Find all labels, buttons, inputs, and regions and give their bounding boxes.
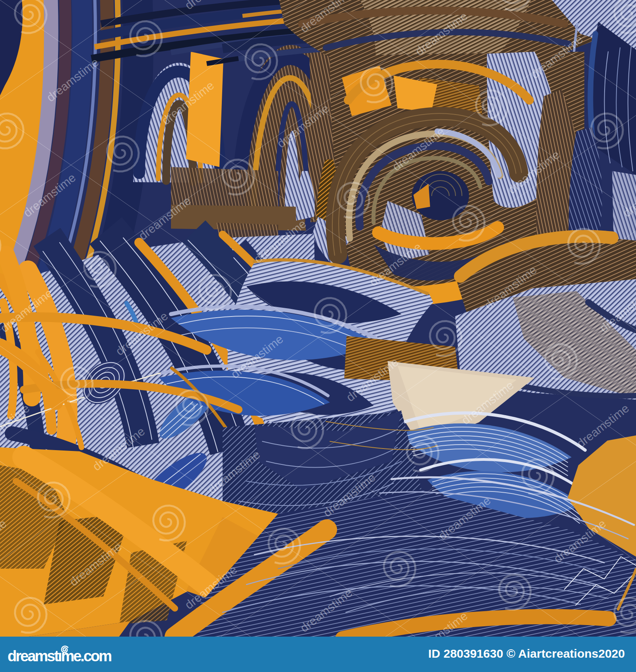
svg-text:dreamstıme.com: dreamstıme.com — [8, 648, 111, 664]
svg-text:ID 280391630 © Aiartcreations2: ID 280391630 © Aiartcreations2020 — [428, 647, 625, 660]
